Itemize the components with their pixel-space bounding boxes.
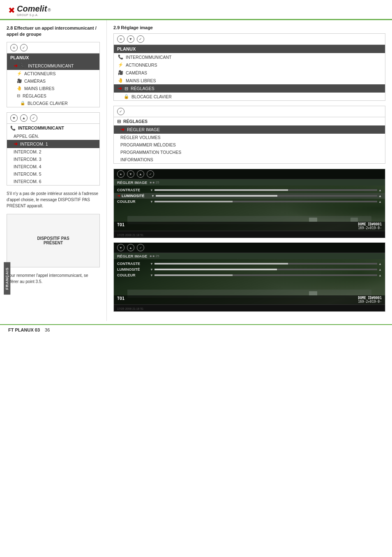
menu-item-cameras[interactable]: 🎥 CAMÉRAS [7,77,99,85]
footer: FT PLANUX 03 36 [0,324,392,335]
intercom-list-item-1[interactable]: ➜ INTERCOM. 1 [7,140,99,148]
intercom-list-item-3[interactable]: INTERCOM. 3 [7,155,99,163]
cam2-couleur-row: COULEUR ▼ ▲ [114,272,385,278]
cam1-down-icon: ▼ [127,170,134,178]
rr-icon: ⊟ [125,86,128,91]
intercom-item-icon: 📞 [20,63,25,68]
intercom-list-item-4[interactable]: INTERCOM. 4 [7,163,99,170]
appel-gen-label: APPEL GÉN. [14,134,39,139]
arrow-icon: ➜ [14,141,18,147]
cam1-up-icon: ▲ [137,170,144,178]
cam1-couleur-up: ▲ [378,200,382,204]
rc-label: CAMÉRAS [126,70,147,75]
intercom-list-item-appel-gen[interactable]: APPEL GÉN. [7,132,99,140]
cam2-c-up: ▲ [378,262,382,266]
right-menu-item-cameras[interactable]: 🎥 CAMÉRAS [114,69,385,77]
settings-item-programmer-melodies[interactable]: PROGRAMMER MÉLODIES [114,141,385,149]
cam2-dome-info: DOME ID#0001 169-2+019-0- [358,296,382,304]
intercom-1-label: INTERCOM. 1 [20,142,48,146]
intercom-icons-row: ▼ ▲ ✓ [7,113,99,124]
refer-text: Pour renommer l'appel intercommunicant, … [7,272,100,285]
cam1-contraste-up: ▲ [378,188,382,192]
settings-box: ✓ ⊟ RÉGLAGES ➜ RÉGLER IMAGE RÉGLER VOLUM… [113,106,385,164]
ri-label: INTERCOMMUNICANT [126,55,171,60]
settings-regler-image-label: RÉGLER IMAGE [127,127,160,132]
cam1-couleur-down: ▼ [150,200,153,204]
menu-lines-icon: ≡ [10,44,18,51]
rm-label: MAINS LIBRES [126,78,156,83]
right-column: 2.9 Réglage image ≡ ▼ ✓ PLANUX 📞 INTERCO… [107,20,392,321]
right-menu-item-reglages[interactable]: ➜ ⊟ RÉGLAGES [114,84,385,93]
cam2-contraste-bar [154,263,377,265]
cam1-record-icon: ● [117,170,125,178]
logo-icon: ✖ [8,5,15,15]
cam2-up-icon: ▲ [127,244,134,251]
intercom-2-label: INTERCOM. 2 [14,149,42,154]
settings-reglages-icon: ⊟ [117,119,121,124]
device-absent-box: DISPOSITIF PAS PRÉSENT [7,214,100,267]
cam1-lum-arrow: ➜ [117,194,120,198]
info-text: S'il n'y a pas de poste intérieur associ… [7,190,100,209]
cam2-l-down: ▼ [150,268,153,272]
menu-item-intercommunicant[interactable]: ➜ 📞 INTERCOMMUNICANT [7,62,99,70]
left-section-title: 2.8 Effectuer un appel intercommunicant … [7,25,100,38]
cameras-icon: 🎥 [17,79,22,83]
right-menu-item-actionneurs[interactable]: ⚡ ACTIONNEURS [114,61,385,69]
cam1-contraste-label: CONTRASTE [117,188,150,192]
menu-item-reglages[interactable]: ⊟ RÉGLAGES [7,92,99,100]
intercom-list-item-6[interactable]: INTERCOM. 6 [7,178,99,185]
cam2-luminosite-row: LUMINOSITÉ ▼ ▲ [114,267,385,272]
ra-icon: ⚡ [118,62,123,67]
cam2-title: RÉGLER IMAGE [117,254,147,258]
cam1-couleur-row: COULEUR ▼ ▲ [114,199,385,204]
intercom-list-item-2[interactable]: INTERCOM. 2 [7,148,99,155]
cam1-luminosite-row: ➜ LUMINOSITÉ ▼ ▲ [114,193,385,199]
cam2-info: ■ ■ 25 [150,254,159,258]
cam1-title: RÉGLER IMAGE [117,180,147,185]
cam1-check-icon: ✓ [147,170,154,178]
reglages-icon: ⊟ [17,93,20,98]
rr-label: RÉGLAGES [131,86,154,91]
intercom-5-label: INTERCOM. 5 [14,172,42,176]
rc-icon: 🎥 [118,70,123,75]
settings-informations-label: INFORMATIONS [120,157,153,162]
cam1-dome-info: DOME ID#0001 169-2+019-0- [358,223,382,230]
footer-title: FT PLANUX 03 [8,327,40,332]
menu-item-blocage[interactable]: 🔒 BLOCAGE CLAVIER [7,100,99,107]
footer-page: 36 [45,327,50,332]
settings-item-regler-image[interactable]: ➜ RÉGLER IMAGE [114,125,385,134]
menu-item-label: CAMÉRAS [24,79,46,84]
intercom-3-label: INTERCOM. 3 [14,157,42,162]
ra-label: ACTIONNEURS [126,63,157,67]
intercom-header-label: INTERCOMMUNICANT [18,125,64,130]
cam1-bottom-bar: TO1 DOME ID#0001 169-2+019-0- [114,222,385,231]
settings-item-regler-volumes[interactable]: RÉGLER VOLUMES [114,134,385,141]
menu-check-icon: ✓ [20,44,28,51]
intercom-header-icon: 📞 [10,125,16,131]
settings-header-label: RÉGLAGES [123,119,148,124]
logo-sub: GROUP S.p.A. [17,14,51,16]
cam2-luminosite-bar [154,269,377,270]
menu-item-label: BLOCAGE CLAVIER [28,101,68,106]
menu-item-actionneurs[interactable]: ⚡ ACTIONNEURS [7,70,99,77]
header: ✖ Comelit ® GROUP S.p.A. [0,0,392,20]
right-menu-lines-icon: ≡ [117,35,125,43]
intercom-up-icon: ▲ [20,114,28,122]
cam2-col-down: ▼ [150,274,153,277]
settings-item-programmation-touches[interactable]: PROGRAMMATION TOUCHES [114,149,385,156]
intercom-list-item-5[interactable]: INTERCOM. 5 [7,170,99,178]
right-menu-item-blocage[interactable]: 🔒 BLOCAGE CLAVIER [114,93,385,100]
settings-programmation-touches-label: PROGRAMMATION TOUCHES [120,150,181,155]
cam2-check-icon: ✓ [137,244,144,251]
cam2-timestamp: 17/25 2008 21:18 51 [117,307,143,310]
rb-icon: 🔒 [124,94,129,99]
device-absent-text: DISPOSITIF PAS PRÉSENT [37,236,69,245]
settings-item-informations[interactable]: INFORMATIONS [114,156,385,163]
cam1-info: ■ ■ 25 [150,181,159,184]
right-menu-item-intercommunicant[interactable]: 📞 INTERCOMMUNICANT [114,53,385,61]
menu-item-label: INTERCOMMUNICANT [28,63,74,68]
right-menu-check-icon: ✓ [137,35,144,43]
rb-label: BLOCAGE CLAVIER [131,94,172,99]
right-menu-item-mains-libres[interactable]: 🤚 MAINS LIBRES [114,77,385,84]
menu-item-mains-libres[interactable]: 🤚 MAINS LIBRES [7,85,99,92]
